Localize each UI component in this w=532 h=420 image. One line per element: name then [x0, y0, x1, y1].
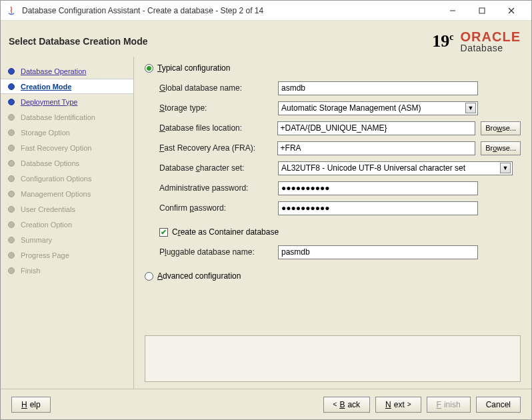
checkbox-checked-icon: ✔ — [159, 228, 168, 237]
step-database-identification: Database Identification — [1, 109, 133, 125]
cancel-button[interactable]: Cancel — [476, 397, 521, 413]
radio-icon — [145, 272, 153, 281]
global-db-name-label: Global database name: — [159, 83, 273, 93]
advanced-config-radio[interactable]: Advanced configuration — [145, 271, 521, 281]
container-db-checkbox[interactable]: ✔ Create as Container database — [159, 227, 521, 237]
global-db-name-input[interactable] — [278, 81, 478, 95]
window-maximize-button[interactable] — [467, 1, 497, 20]
admin-password-input[interactable] — [278, 181, 478, 195]
page-header: Select Database Creation Mode 19c ORACLE… — [1, 21, 531, 57]
window-titlebar: Database Configuration Assistant - Creat… — [1, 1, 531, 21]
chevron-down-icon: ▼ — [465, 103, 476, 113]
pdb-name-input[interactable] — [278, 245, 478, 259]
window-title: Database Configuration Assistant - Creat… — [22, 6, 438, 15]
page-title: Select Database Creation Mode — [9, 36, 432, 47]
fra-browse-button[interactable]: Browse... — [481, 141, 521, 155]
fra-input[interactable] — [277, 141, 476, 155]
db-files-location-label: Database files location: — [159, 123, 272, 133]
db-files-location-input[interactable] — [277, 121, 476, 135]
back-button[interactable]: <Back — [323, 397, 371, 413]
step-database-options: Database Options — [1, 155, 133, 171]
storage-type-label: Storage type: — [159, 103, 273, 113]
wizard-steps-sidebar: Database Operation Creation Mode Deploym… — [1, 57, 134, 389]
next-button[interactable]: Next> — [375, 397, 421, 413]
step-deployment-type[interactable]: Deployment Type — [1, 94, 133, 109]
storage-type-select[interactable]: Automatic Storage Management (ASM) ▼ — [278, 101, 478, 115]
java-app-icon — [6, 5, 17, 16]
advanced-config-label: Advanced configuration — [157, 271, 241, 281]
window-close-button[interactable] — [497, 1, 526, 20]
step-creation-option: Creation Option — [1, 217, 133, 232]
db-files-browse-button[interactable]: Browse... — [481, 121, 521, 135]
message-area — [145, 335, 521, 382]
charset-label: Database character set: — [159, 163, 273, 173]
charset-select[interactable]: AL32UTF8 - Unicode UTF-8 Universal chara… — [278, 161, 513, 175]
window-minimize-button[interactable] — [438, 1, 467, 20]
content-panel: Typical configuration Global database na… — [134, 57, 531, 389]
brand-oracle-text: ORACLE — [461, 30, 521, 43]
brand-database-text: Database — [461, 43, 521, 53]
chevron-left-icon: < — [333, 401, 337, 408]
chevron-down-icon: ▼ — [500, 163, 511, 173]
help-button[interactable]: Help — [11, 397, 51, 413]
step-storage-option: Storage Option — [1, 125, 133, 140]
brand-version: 19c — [432, 31, 453, 51]
brand-logo: 19c ORACLE Database — [432, 30, 521, 53]
finish-button: Finish — [427, 397, 471, 413]
step-fast-recovery-option: Fast Recovery Option — [1, 140, 133, 155]
step-management-options: Management Options — [1, 186, 133, 201]
admin-password-label: Administrative password: — [159, 183, 273, 193]
step-finish: Finish — [1, 263, 133, 278]
chevron-right-icon: > — [407, 401, 411, 408]
step-configuration-options: Configuration Options — [1, 171, 133, 186]
step-progress-page: Progress Page — [1, 247, 133, 263]
container-db-label: Create as Container database — [172, 227, 279, 237]
step-summary: Summary — [1, 232, 133, 247]
pdb-name-label: Pluggable database name: — [159, 247, 273, 257]
step-database-operation[interactable]: Database Operation — [1, 63, 133, 79]
confirm-password-label: Confirm password: — [159, 203, 273, 213]
typical-config-label: Typical configuration — [157, 63, 230, 73]
step-user-credentials: User Credentials — [1, 201, 133, 217]
typical-config-radio[interactable]: Typical configuration — [145, 63, 521, 73]
radio-icon — [145, 64, 153, 73]
wizard-footer: Help <Back Next> Finish Cancel — [1, 389, 531, 419]
confirm-password-input[interactable] — [278, 201, 478, 215]
step-creation-mode[interactable]: Creation Mode — [1, 79, 133, 94]
fra-label: Fast Recovery Area (FRA): — [159, 143, 272, 153]
svg-rect-1 — [479, 8, 485, 13]
